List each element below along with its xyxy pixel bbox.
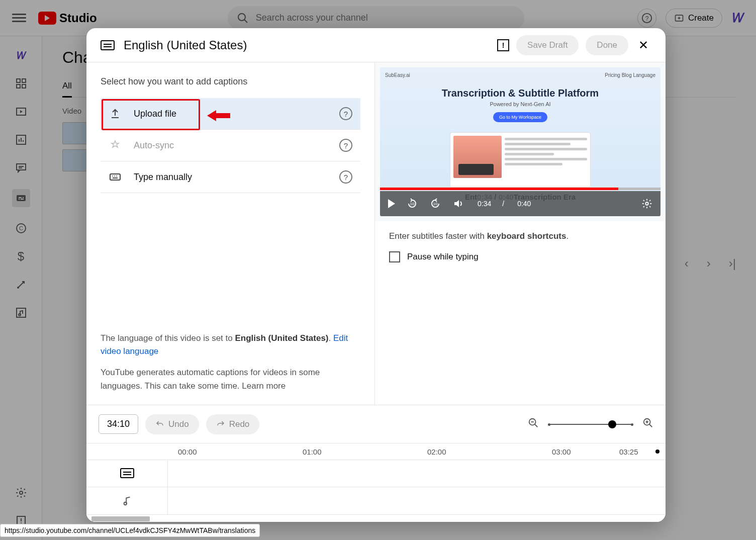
option-auto-sync[interactable]: Auto-sync ? — [101, 130, 360, 161]
slider-handle[interactable] — [608, 420, 616, 428]
video-player[interactable]: SubEasy.aiPricing Blog Language Transcri… — [380, 67, 660, 216]
zoom-in-icon[interactable] — [642, 417, 653, 431]
caption-method-panel: Select how you want to add captions Uplo… — [86, 62, 375, 405]
help-icon[interactable]: ? — [339, 170, 352, 184]
modal-header: English (United States) ! Save Draft Don… — [86, 28, 666, 62]
feedback-icon[interactable]: ! — [497, 39, 509, 51]
save-draft-button[interactable]: Save Draft — [516, 35, 579, 55]
play-icon[interactable] — [388, 199, 395, 208]
svg-point-37 — [114, 175, 115, 176]
volume-icon[interactable] — [452, 198, 464, 210]
zoom-out-icon[interactable] — [528, 417, 539, 431]
modal-title: English (United States) — [124, 38, 247, 52]
autosync-label: Auto-sync — [134, 140, 174, 151]
option-upload-file[interactable]: Upload file ? — [101, 98, 360, 130]
auto-caption-note: YouTube generates automatic captions for… — [101, 366, 360, 393]
pause-while-typing-row[interactable]: Pause while typing — [375, 247, 666, 266]
tick-2: 02:00 — [427, 447, 446, 456]
timeline-end-dot — [655, 449, 659, 454]
keyboard-shortcut-hint: Enter subtitles faster with keyboard sho… — [375, 221, 666, 247]
video-time-duration: 0:40 — [517, 200, 531, 208]
timeline-scrollbar[interactable] — [86, 515, 666, 522]
svg-point-43 — [645, 202, 648, 205]
music-note-icon — [122, 495, 133, 506]
svg-text:10: 10 — [410, 202, 415, 206]
video-cta: Go to My Workspace — [493, 112, 547, 122]
audio-track-icon-cell — [86, 487, 168, 514]
lang-note-prefix: The language of this video is set to — [101, 333, 235, 343]
captions-editor-modal: English (United States) ! Save Draft Don… — [86, 28, 666, 522]
keyboard-shortcuts-link[interactable]: keyboard shortcuts — [487, 231, 566, 241]
svg-rect-35 — [110, 174, 120, 180]
svg-point-51 — [124, 502, 127, 505]
zoom-slider[interactable] — [548, 424, 633, 425]
learn-more-link[interactable]: Learn more — [242, 381, 286, 391]
undo-button[interactable]: Undo — [145, 414, 199, 434]
svg-point-36 — [112, 175, 113, 176]
help-icon[interactable]: ? — [339, 139, 352, 152]
video-controls: 10 10 0:34 / 0:40 — [380, 191, 660, 216]
help-icon[interactable]: ? — [339, 107, 352, 120]
close-icon[interactable]: ✕ — [635, 35, 651, 55]
lang-note-lang: English (United States) — [235, 333, 328, 343]
svg-text:10: 10 — [433, 202, 438, 206]
done-button[interactable]: Done — [586, 35, 628, 55]
autosync-icon — [109, 139, 122, 152]
tick-3: 03:00 — [552, 447, 571, 456]
option-type-manually[interactable]: Type manually ? — [101, 161, 360, 193]
pause-checkbox[interactable] — [389, 251, 400, 262]
redo-icon — [216, 420, 225, 429]
timeline-ruler[interactable]: 00:00 01:00 02:00 03:00 03:25 — [86, 443, 666, 460]
timeline: 00:00 01:00 02:00 03:00 03:25 — [86, 443, 666, 522]
upload-icon — [109, 107, 122, 120]
video-subhead: Powered by Next-Gen AI — [490, 101, 550, 107]
top-nav-text: Pricing Blog Language — [605, 72, 655, 78]
rewind-10-icon[interactable]: 10 — [406, 198, 418, 210]
svg-marker-42 — [454, 200, 459, 207]
timestamp-input[interactable]: 34:10 — [99, 414, 138, 434]
status-bar-url: https://studio.youtube.com/channel/UCLef… — [0, 524, 260, 537]
forward-10-icon[interactable]: 10 — [429, 198, 441, 210]
type-label: Type manually — [134, 172, 192, 183]
svg-point-38 — [116, 175, 117, 176]
video-headline: Transcription & Subtitle Platform — [442, 87, 599, 99]
instruction-text: Select how you want to add captions — [101, 76, 360, 87]
zoom-control — [528, 417, 653, 431]
tick-0: 00:00 — [178, 447, 197, 456]
caption-track-icon-cell — [86, 460, 168, 487]
svg-marker-34 — [207, 110, 230, 121]
caption-track[interactable] — [86, 460, 666, 487]
subtitle-icon — [101, 40, 115, 50]
editor-toolbar: 34:10 Undo Redo — [86, 405, 666, 443]
svg-line-46 — [535, 424, 538, 427]
brand-text: SubEasy.ai — [385, 72, 410, 78]
pause-label: Pause while typing — [407, 252, 479, 262]
language-note: The language of this video is set to Eng… — [101, 332, 360, 358]
keyboard-icon — [109, 170, 122, 184]
video-progress-bar[interactable] — [380, 188, 660, 190]
scrollbar-thumb[interactable] — [91, 516, 150, 521]
undo-icon — [155, 420, 164, 429]
video-preview-panel: SubEasy.aiPricing Blog Language Transcri… — [375, 62, 666, 405]
video-screenshot-panel — [450, 132, 591, 188]
video-time-current: 0:34 — [478, 200, 491, 208]
tick-4: 03:25 — [619, 447, 638, 456]
svg-line-50 — [649, 424, 652, 427]
tick-1: 01:00 — [303, 447, 322, 456]
redo-button[interactable]: Redo — [206, 414, 260, 434]
video-settings-icon[interactable] — [641, 198, 652, 209]
subtitle-icon — [120, 468, 134, 478]
highlight-arrow-icon — [207, 109, 230, 122]
upload-label: Upload file — [134, 109, 176, 119]
audio-track[interactable] — [86, 487, 666, 514]
